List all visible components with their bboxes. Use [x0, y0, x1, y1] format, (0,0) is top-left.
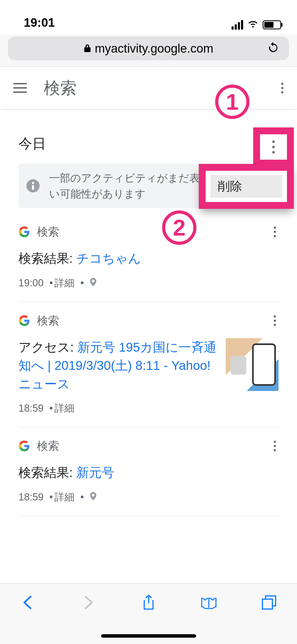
google-logo-icon — [18, 315, 30, 326]
back-button[interactable] — [18, 592, 38, 614]
card-overflow-menu[interactable] — [271, 313, 279, 329]
google-logo-icon — [18, 226, 30, 238]
card-meta: 19:00 詳細 — [18, 276, 279, 290]
card-time: 19:00 — [18, 277, 44, 289]
card-details-link[interactable]: 詳細 — [48, 276, 74, 290]
card-meta: 18:59 詳細 — [18, 402, 279, 415]
location-pin-icon — [90, 277, 97, 289]
card-title-label: 検索結果: — [18, 251, 76, 265]
card-overflow-menu[interactable] — [271, 438, 279, 454]
wifi-icon — [247, 20, 259, 30]
card-title-label: アクセス: — [18, 340, 77, 354]
card-source: 検索 — [37, 313, 59, 328]
forward-button — [78, 592, 98, 614]
svg-rect-3 — [262, 599, 272, 609]
ios-status-bar: 19:01 — [0, 0, 297, 34]
annotation-highlight-overflow-button[interactable] — [253, 127, 294, 167]
annotation-badge-1: 1 — [215, 85, 249, 119]
status-time: 19:01 — [24, 15, 55, 30]
card-details-link[interactable]: 詳細 — [48, 402, 74, 415]
activity-card: 検索 検索結果: 新元号 18:59 詳細 — [18, 427, 279, 516]
lock-icon — [84, 41, 91, 56]
url-pill[interactable]: myactivity.google.com — [8, 36, 289, 60]
location-pin-icon — [90, 491, 97, 503]
google-logo-icon — [18, 440, 30, 452]
card-title[interactable]: 検索結果: チコちゃん — [18, 249, 141, 268]
activity-card: 検索 アクセス: 新元号 195カ国に一斉通知へ | 2019/3/30(土) … — [18, 302, 279, 428]
card-overflow-menu[interactable] — [271, 224, 279, 240]
card-meta: 18:59 詳細 — [18, 490, 279, 504]
annotation-badge-2: 2 — [162, 210, 196, 245]
card-source: 検索 — [37, 224, 59, 239]
vertical-dots-icon — [281, 83, 283, 93]
card-details-link[interactable]: 詳細 — [48, 490, 74, 504]
app-header: 検索 — [0, 67, 297, 109]
home-indicator[interactable] — [101, 634, 196, 638]
popup-delete-item[interactable]: 削除 — [210, 175, 282, 198]
safari-url-bar: myactivity.google.com — [0, 34, 297, 67]
vertical-dots-icon — [272, 140, 275, 154]
hamburger-menu-icon[interactable] — [11, 80, 30, 95]
header-overflow-menu[interactable] — [278, 80, 286, 96]
card-source: 検索 — [37, 439, 59, 453]
url-domain-text: myactivity.google.com — [95, 41, 213, 56]
battery-icon — [263, 20, 281, 29]
vertical-dots-icon — [274, 227, 276, 237]
card-title[interactable]: 検索結果: 新元号 — [18, 463, 114, 482]
tabs-button[interactable] — [259, 592, 279, 614]
svg-rect-1 — [32, 185, 34, 190]
card-time: 18:59 — [18, 403, 44, 414]
card-title[interactable]: アクセス: 新元号 195カ国に一斉通知へ | 2019/3/30(土) 8:1… — [18, 338, 218, 393]
info-icon — [26, 179, 40, 192]
bookmarks-button[interactable] — [199, 592, 219, 614]
card-title-link[interactable]: 新元号 — [76, 466, 114, 480]
reload-button[interactable] — [267, 42, 279, 55]
safari-toolbar — [0, 583, 297, 644]
vertical-dots-icon — [274, 315, 276, 326]
card-title-label: 検索結果: — [18, 466, 76, 480]
share-button[interactable] — [139, 592, 159, 614]
vertical-dots-icon — [274, 441, 276, 451]
cellular-signal-icon — [232, 20, 243, 30]
page-title: 検索 — [44, 77, 77, 99]
card-thumbnail[interactable] — [226, 338, 279, 391]
annotation-highlight-delete-popup: 削除 — [199, 164, 294, 209]
card-title-link[interactable]: チコちゃん — [76, 251, 141, 265]
card-time: 18:59 — [18, 491, 44, 503]
activity-card: 検索 検索結果: チコちゃん 19:00 詳細 — [18, 213, 279, 302]
status-right-cluster — [232, 20, 281, 30]
svg-point-0 — [32, 182, 34, 184]
